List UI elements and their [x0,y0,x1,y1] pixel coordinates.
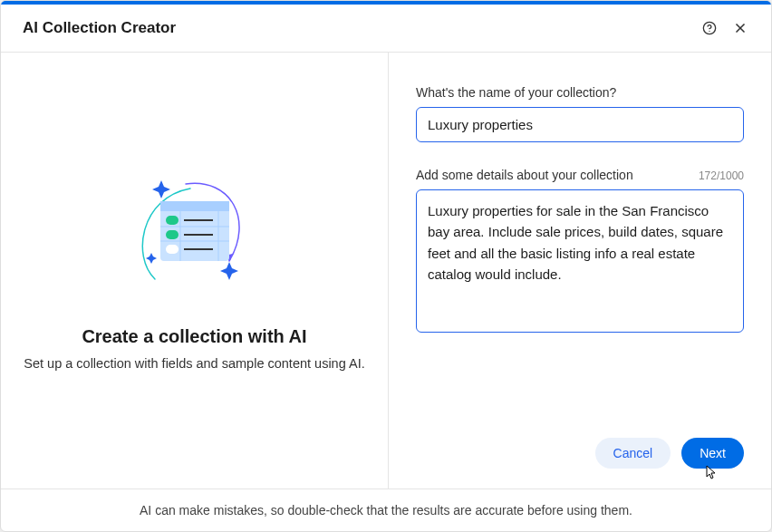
left-panel: Create a collection with AI Set up a col… [1,53,389,488]
right-panel: What's the name of your collection? Add … [389,53,771,488]
modal-body: Create a collection with AI Set up a col… [1,53,771,488]
name-group: What's the name of your collection? [416,85,744,142]
header-actions [700,19,749,37]
svg-rect-9 [166,230,179,239]
modal-title: AI Collection Creator [23,19,176,37]
close-icon[interactable] [731,19,749,37]
action-buttons: Cancel Next [416,438,744,469]
char-counter: 172/1000 [699,169,744,182]
collection-ai-illustration [122,170,267,297]
details-label: Add some details about your collection [416,168,633,182]
cancel-button[interactable]: Cancel [595,438,671,469]
collection-name-input[interactable] [416,107,744,142]
left-subheading: Set up a collection with fields and samp… [24,356,364,371]
details-group: Add some details about your collection 1… [416,168,744,336]
collection-details-textarea[interactable] [416,189,744,333]
cursor-icon [704,465,719,479]
ai-collection-creator-modal: AI Collection Creator [0,0,772,532]
name-label: What's the name of your collection? [416,85,744,100]
svg-rect-6 [160,201,229,211]
left-heading: Create a collection with AI [82,326,306,347]
svg-rect-11 [166,245,179,254]
disclaimer-text: AI can make mistakes, so double-check th… [140,503,632,517]
next-button[interactable]: Next [681,438,744,469]
modal-footer: AI can make mistakes, so double-check th… [1,488,771,531]
svg-rect-7 [166,216,179,225]
help-icon[interactable] [700,19,719,37]
modal-header: AI Collection Creator [1,5,771,53]
